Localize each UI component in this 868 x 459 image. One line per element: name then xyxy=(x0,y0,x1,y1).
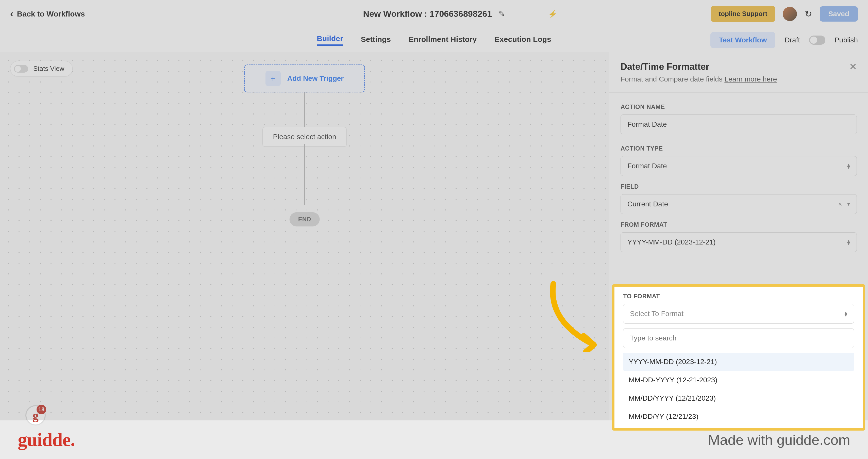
tab-bar: Builder Settings Enrollment History Exec… xyxy=(0,28,868,52)
back-label: Back to Workflows xyxy=(17,10,85,18)
panel-subtitle: Format and Compare date fields Learn mor… xyxy=(621,75,857,83)
back-to-workflows-button[interactable]: ‹ Back to Workflows xyxy=(10,8,85,19)
workflow-title-wrap: New Workflow : 1706636898261 ✎ xyxy=(363,9,505,19)
learn-more-link[interactable]: Learn more here xyxy=(724,75,777,83)
action-type-value: Format Date xyxy=(627,162,667,170)
from-format-value: YYYY-MM-DD (2023-12-21) xyxy=(627,238,716,246)
arrow-annotation xyxy=(543,281,612,353)
chevron-left-icon: ‹ xyxy=(10,8,13,19)
end-node: END xyxy=(289,212,320,226)
clear-icon[interactable]: × xyxy=(838,200,842,208)
avatar[interactable] xyxy=(783,7,797,21)
chevron-down-icon: ▾ xyxy=(847,203,850,205)
select-arrow-icon: ▴▾ xyxy=(844,311,847,316)
to-format-highlight: TO FORMAT Select To Format ▴▾ YYYY-MM-DD… xyxy=(612,284,865,431)
to-format-select[interactable]: Select To Format ▴▾ xyxy=(623,304,854,324)
to-format-search[interactable] xyxy=(623,328,854,348)
history-icon[interactable]: ↻ xyxy=(805,9,812,19)
action-name-label: ACTION NAME xyxy=(621,103,857,111)
select-arrow-icon: ▴▾ xyxy=(847,163,850,169)
to-format-placeholder: Select To Format xyxy=(630,310,683,318)
toggle-icon xyxy=(14,65,28,72)
guidde-badge[interactable]: g 18 xyxy=(25,405,46,426)
publish-toggle[interactable] xyxy=(809,35,825,45)
panel-title: Date/Time Formatter xyxy=(621,61,857,72)
plus-icon: + xyxy=(266,71,281,86)
field-label: FIELD xyxy=(621,183,857,190)
tab-execution-logs[interactable]: Execution Logs xyxy=(494,35,551,45)
tab-enrollment-history[interactable]: Enrollment History xyxy=(409,35,477,45)
action-type-label: ACTION TYPE xyxy=(621,145,857,152)
stats-view-toggle[interactable]: Stats View xyxy=(10,61,72,76)
stats-view-label: Stats View xyxy=(33,65,64,72)
field-value: Current Date xyxy=(627,200,668,208)
test-workflow-button[interactable]: Test Workflow xyxy=(710,32,776,48)
from-format-label: FROM FORMAT xyxy=(621,221,857,228)
select-arrow-icon: ▴▾ xyxy=(847,240,850,245)
workflow-title: New Workflow : 1706636898261 xyxy=(363,9,492,19)
to-format-option[interactable]: YYYY-MM-DD (2023-12-21) xyxy=(623,353,854,371)
to-format-option[interactable]: MM-DD-YYYY (12-21-2023) xyxy=(623,371,854,389)
workflow-canvas[interactable]: Stats View + Add New Trigger Please sele… xyxy=(0,52,609,420)
publish-label: Publish xyxy=(835,36,858,44)
draft-label: Draft xyxy=(784,36,800,44)
connector-line xyxy=(304,144,305,205)
bolt-icon: ⚡ xyxy=(548,0,557,28)
to-format-option[interactable]: MM/DD/YYYY (12/21/2023) xyxy=(623,389,854,407)
from-format-select[interactable]: YYYY-MM-DD (2023-12-21) ▴▾ xyxy=(621,232,857,252)
add-trigger-button[interactable]: + Add New Trigger xyxy=(244,64,365,92)
tab-settings[interactable]: Settings xyxy=(361,35,391,45)
add-trigger-label: Add New Trigger xyxy=(287,74,344,83)
to-format-option[interactable]: MM/DD/YY (12/21/23) xyxy=(623,407,854,426)
edit-title-icon[interactable]: ✎ xyxy=(498,9,505,18)
field-select[interactable]: Current Date ×▾ xyxy=(621,194,857,214)
close-icon[interactable]: ✕ xyxy=(849,61,857,72)
action-name-input[interactable] xyxy=(621,115,857,134)
top-bar: ‹ Back to Workflows New Workflow : 17066… xyxy=(0,0,868,28)
connector-line xyxy=(304,92,305,127)
saved-button[interactable]: Saved xyxy=(820,6,858,22)
tab-builder[interactable]: Builder xyxy=(317,34,343,46)
made-with-label: Made with guidde.com xyxy=(708,432,850,448)
to-format-options: YYYY-MM-DD (2023-12-21) MM-DD-YYYY (12-2… xyxy=(623,353,854,426)
support-button[interactable]: topline Support xyxy=(711,6,775,22)
action-type-select[interactable]: Format Date ▴▾ xyxy=(621,156,857,176)
to-format-label: TO FORMAT xyxy=(623,293,854,300)
guidde-logo: guidde. xyxy=(18,429,75,451)
badge-count: 18 xyxy=(36,405,46,414)
